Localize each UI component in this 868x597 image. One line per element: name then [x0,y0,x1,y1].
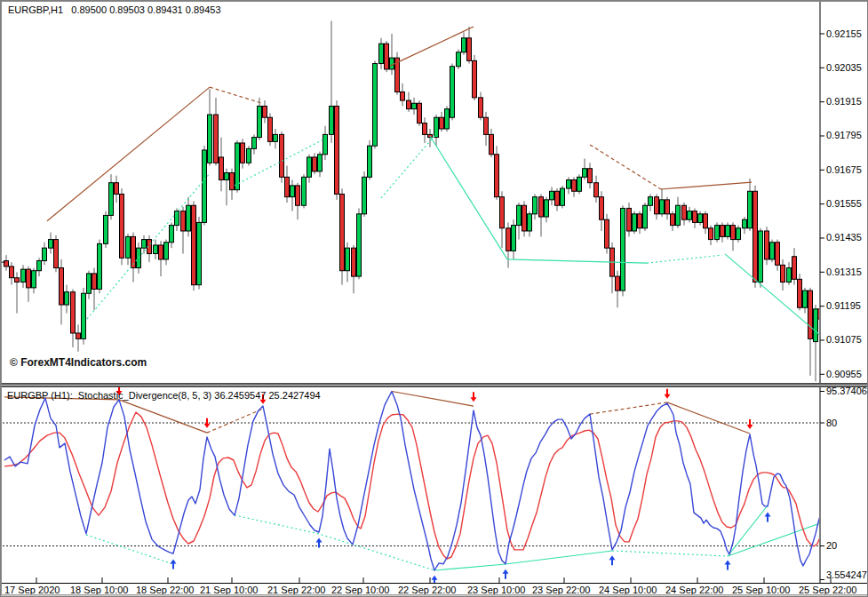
divergence-line-brown-solid [667,402,750,434]
candle-body [688,211,692,220]
candle-body [307,157,312,177]
candle-body [280,134,284,177]
candle-body [32,271,36,288]
candle-body [71,292,76,333]
candle-body [533,197,538,214]
candle-body [462,38,466,52]
candle-body [120,194,124,258]
candle-body [616,276,620,291]
candle-body [803,291,808,307]
buy-signal-arrow [725,560,731,569]
candle-body [15,278,20,283]
candle-body [423,123,427,135]
candle-body [490,134,494,154]
candle-body [49,240,53,249]
candle-body [313,157,317,171]
candle-body [407,100,411,109]
candle-body [572,179,577,191]
watermark-text: © ForexMT4Indicators.com [10,356,147,369]
candle-body [131,236,136,267]
candle-body [197,222,202,284]
candle-body [126,236,131,258]
buy-signal-arrow [609,555,616,565]
candle-body [379,44,384,63]
price-pane [1,21,823,382]
candle-body [330,106,334,134]
candle-body [187,205,191,231]
candle-body [737,228,741,240]
candle-body [450,67,455,117]
divergence-line-brown-dash [210,87,261,103]
candle-body [181,211,186,231]
candle-body [743,219,747,228]
candle-body [567,179,571,188]
candle-body [318,155,323,171]
price-axis-label: 0.91075 [826,334,862,345]
sell-signal-arrow [747,419,753,429]
candle-body [142,240,147,249]
candle-body [798,279,802,307]
candle-body [776,243,780,266]
chart-canvas[interactable] [1,1,868,597]
candle-body [759,231,763,282]
candle-body [787,268,792,283]
candle-body [76,333,81,338]
candle-body [781,265,785,282]
candle-body [550,191,554,200]
candle-body [434,117,439,137]
mt4-chart-window: EURGBP,H1 0.89500 0.89503 0.89431 0.8945… [0,0,868,597]
candle-body [362,177,367,214]
candle-body [368,146,372,177]
candle-body [539,197,544,217]
candle-body [10,267,14,278]
candle-body [522,205,527,231]
candle-body [385,44,389,69]
candle-body [588,169,593,183]
candle-body [54,240,59,268]
candle-body [412,103,417,108]
candle-body [457,52,461,67]
divergence-line-teal-solid [434,551,612,570]
buy-signal-arrow [503,569,509,579]
candle-body [21,269,26,282]
candle-body [37,261,42,271]
candle-body [335,106,339,194]
divergence-line-teal-dash [86,535,173,564]
candle-body [561,188,565,205]
candle-body [643,205,648,228]
candle-body [258,106,262,137]
candle-body [4,261,9,267]
candle-body [60,268,64,306]
candle-body [296,186,300,205]
candle-body [638,214,642,228]
candle-body [594,183,599,197]
candle-body [390,58,394,69]
candle-body [721,226,725,237]
candle-body [555,191,560,205]
candle-body [792,257,797,280]
candle-body [225,173,229,180]
buy-signal-arrow [765,512,771,521]
candle-body [621,208,625,291]
price-axis-label: 0.91195 [826,300,861,311]
price-axis-label: 0.92035 [826,62,862,73]
candle-body [137,248,141,267]
candle-body [665,200,670,214]
price-axis-label: 0.91795 [826,130,862,140]
divergence-line-teal-solid [728,523,820,556]
candle-body [545,200,549,217]
candle-body [445,109,450,129]
candle-body [698,214,703,223]
price-axis-label: 0.90955 [826,369,862,379]
panel-divider[interactable] [1,384,868,386]
candle-body [43,248,47,260]
candle-body [512,226,516,251]
candle-body [241,143,245,163]
divergence-line-brown-solid [392,392,474,407]
candle-body [676,205,681,225]
candle-body [230,173,235,190]
indicator-pane [3,386,821,585]
candle-body [770,243,775,259]
divergence-line-teal-dash [235,515,434,570]
indicator-axis-label: 95.374062 [826,386,868,396]
